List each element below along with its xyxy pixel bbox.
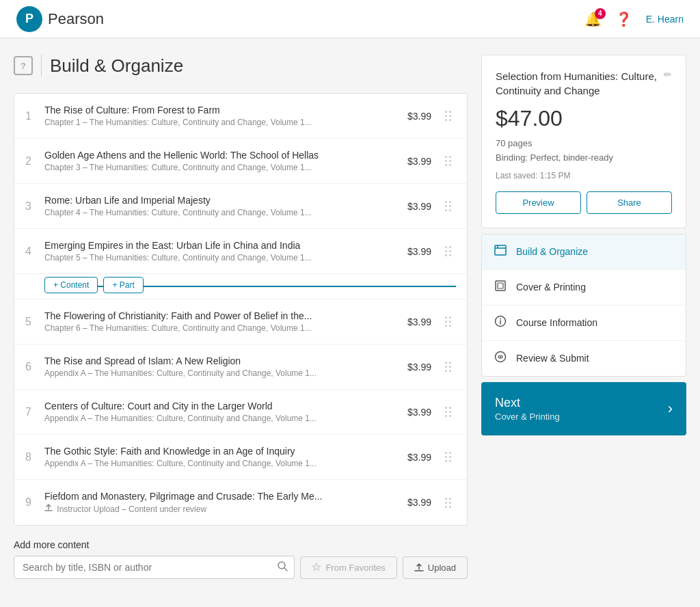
drag-handle[interactable] [440,316,456,327]
insert-content-button[interactable]: + Content [44,277,98,293]
next-button[interactable]: Next Cover & Printing › [481,382,686,435]
item-title: Fiefdom and Monastery, Pilgrimage and Cr… [44,491,383,502]
content-list: 1 The Rise of Culture: From Forest to Fa… [14,93,468,526]
item-title: The Rise of Culture: From Forest to Farm [44,105,383,116]
item-number: 9 [25,496,44,509]
item-details: The Gothic Style: Faith and Knowledge in… [44,446,394,468]
item-subtitle: Appendix A – The Humanities: Culture, Co… [44,414,383,423]
svg-rect-2 [495,245,506,255]
drag-handle[interactable] [440,246,456,256]
item-title: Centers of Culture: Court and City in th… [44,401,383,412]
insert-part-button[interactable]: + Part [103,277,143,293]
item-details: Centers of Culture: Court and City in th… [44,401,394,423]
item-price: $3.99 [394,452,431,463]
user-name[interactable]: E. Hearn [646,14,684,25]
item-details: Rome: Urban Life and Imperial Majesty Ch… [44,195,394,217]
item-details: The Rise and Spread of Islam: A New Reli… [44,355,394,378]
next-label: Next [495,396,560,410]
pages-info: 70 pages [496,137,672,151]
search-icon [277,561,288,574]
svg-rect-5 [496,281,505,291]
item-number: 8 [25,451,44,463]
item-number: 2 [25,155,44,167]
item-price: $3.99 [394,407,431,418]
edit-icon[interactable]: ✏ [664,69,672,80]
drag-handle[interactable] [440,111,456,121]
share-button[interactable]: Share [587,191,672,214]
item-price: $3.99 [394,156,431,167]
drag-handle[interactable] [440,156,456,166]
item-number: 5 [25,316,44,328]
item-number: 7 [25,406,44,418]
review-step-label: Review & Submit [516,353,589,364]
last-saved: Last saved: 1:15 PM [496,171,672,180]
item-title: The Flowering of Christianity: Faith and… [44,310,383,321]
svg-point-9 [500,318,501,319]
brand-name: Pearson [48,10,104,28]
drag-handle[interactable] [440,407,456,417]
help-button[interactable]: ❓ [615,11,632,27]
pearson-logo: P [16,6,42,32]
next-btn-content: Next Cover & Printing [495,396,560,422]
list-item: 6 The Rise and Spread of Islam: A New Re… [14,345,467,390]
item-subtitle: Chapter 6 – The Humanities: Culture, Con… [44,323,383,333]
from-favorites-button[interactable]: From Favorites [300,556,396,579]
right-sidebar: Selection from Humanities: Culture, Cont… [481,55,686,591]
selection-meta: 70 pages Binding: Perfect, binder-ready [496,137,672,165]
search-input[interactable] [14,556,295,579]
item-price: $3.99 [394,316,431,327]
nav-step-review[interactable]: Review & Submit [482,341,686,376]
item-title: The Gothic Style: Faith and Knowledge in… [44,446,383,457]
nav-steps: Build & Organize Cover & Printing Course… [481,234,686,377]
selection-card: Selection from Humanities: Culture, Cont… [481,55,686,228]
action-buttons: Preview Share [496,191,672,214]
cover-icon [493,280,508,295]
item-price: $3.99 [394,111,431,122]
list-item: 4 Emerging Empires in the East: Urban Li… [14,229,467,274]
selection-title-row: Selection from Humanities: Culture, Cont… [496,69,672,98]
favorites-label: From Favorites [325,563,385,573]
title-divider [41,55,42,77]
drag-handle[interactable] [440,201,456,211]
binding-info: Binding: Perfect, binder-ready [496,151,672,165]
nav-step-cover[interactable]: Cover & Printing [482,270,686,306]
add-more-label: Add more content [14,539,468,550]
item-title: Rome: Urban Life and Imperial Majesty [44,195,383,206]
course-step-label: Course Information [516,317,597,328]
nav-step-build[interactable]: Build & Organize [482,234,686,270]
item-subtitle: Chapter 3 – The Humanities: Culture, Con… [44,163,383,172]
list-item: 2 Golden Age Athens and the Hellenic Wor… [14,139,467,184]
help-icon-label: ? [21,61,26,71]
item-title: Golden Age Athens and the Hellenic World… [44,150,383,161]
cover-step-label: Cover & Printing [516,282,586,293]
svg-rect-6 [498,283,503,288]
item-details: The Rise of Culture: From Forest to Farm… [44,105,394,127]
list-item: 7 Centers of Culture: Court and City in … [14,390,467,435]
notification-button[interactable]: 🔔 4 [584,11,602,27]
svg-line-1 [284,568,287,571]
header-right: 🔔 4 ❓ E. Hearn [584,11,684,27]
help-icon: ? [14,56,33,75]
list-item: 9 Fiefdom and Monastery, Pilgrimage and … [14,480,467,525]
item-title: The Rise and Spread of Islam: A New Reli… [44,355,383,366]
item-price: $3.99 [394,201,431,212]
drag-handle[interactable] [440,498,456,508]
upload-button[interactable]: Upload [403,556,468,579]
page-title-row: ? Build & Organize [14,55,468,77]
item-price: $3.99 [394,246,431,257]
item-details: Golden Age Athens and the Hellenic World… [44,150,394,172]
logo-letter: P [25,12,33,26]
review-icon [493,351,508,366]
item-subtitle: Chapter 4 – The Humanities: Culture, Con… [44,208,383,217]
search-input-wrap [14,556,295,579]
item-price: $3.99 [394,497,431,508]
drag-handle[interactable] [440,362,456,372]
left-content: ? Build & Organize 1 The Rise of Culture… [14,55,468,591]
nav-step-course[interactable]: Course Information [482,306,686,341]
drag-handle[interactable] [440,452,456,462]
list-item: 1 The Rise of Culture: From Forest to Fa… [14,94,467,139]
item-details: Fiefdom and Monastery, Pilgrimage and Cr… [44,491,394,514]
preview-button[interactable]: Preview [496,191,581,214]
item-details: The Flowering of Christianity: Faith and… [44,310,394,333]
item-subtitle: Chapter 1 – The Humanities: Culture, Con… [44,118,383,127]
